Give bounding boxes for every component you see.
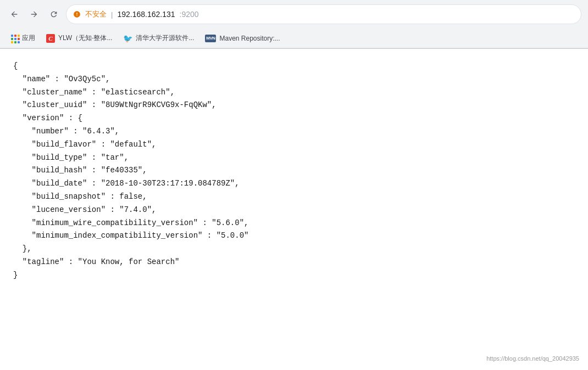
nav-bar: 不安全 | 192.168.162.131:9200 — [0, 0, 588, 29]
url-separator: | — [111, 10, 113, 19]
bookmark-ylw[interactable]: C YLW（无知·整体... — [42, 31, 117, 45]
bookmark-maven[interactable]: MVN Maven Repository:... — [201, 32, 284, 44]
bookmark-apps[interactable]: 应用 — [7, 31, 40, 45]
bookmark-ylw-label: YLW（无知·整体... — [58, 33, 112, 43]
apps-icon — [11, 35, 19, 42]
url-port: :9200 — [180, 10, 199, 19]
address-bar[interactable]: 不安全 | 192.168.162.131:9200 — [66, 4, 581, 24]
security-icon — [73, 10, 81, 18]
browser-chrome: 不安全 | 192.168.162.131:9200 应用 C YLW（无知·整… — [0, 0, 588, 49]
maven-icon: MVN — [205, 35, 216, 42]
bookmark-tsinghua-label: 清华大学开源软件... — [136, 33, 194, 43]
forward-button[interactable] — [26, 7, 42, 22]
page-content: { "name" : "Ov3Qy5c", "cluster_name" : "… — [0, 49, 588, 370]
json-body: { "name" : "Ov3Qy5c", "cluster_name" : "… — [13, 60, 575, 282]
reload-button[interactable] — [46, 7, 62, 22]
bookmarks-bar: 应用 C YLW（无知·整体... 🐦 清华大学开源软件... MVN Mave… — [0, 29, 588, 48]
watermark: https://blog.csdn.net/qq_20042935 — [486, 354, 579, 364]
back-button[interactable] — [7, 7, 22, 22]
tsinghua-icon: 🐦 — [123, 34, 132, 43]
bookmark-apps-label: 应用 — [22, 33, 35, 43]
url-base: 192.168.162.131 — [117, 10, 175, 19]
ylw-icon: C — [46, 34, 55, 43]
bookmark-tsinghua[interactable]: 🐦 清华大学开源软件... — [119, 31, 198, 45]
security-label: 不安全 — [85, 9, 107, 19]
bookmark-maven-label: Maven Repository:... — [219, 35, 280, 42]
